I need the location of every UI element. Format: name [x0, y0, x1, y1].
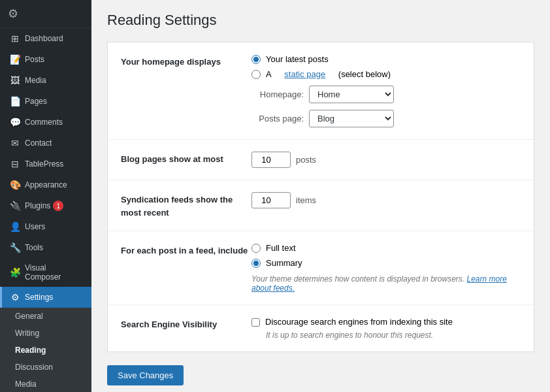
feed-note: Your theme determines how content is dis…: [251, 274, 521, 293]
media-icon: 🖼: [10, 75, 20, 86]
sidebar-item-posts[interactable]: 📝Posts: [0, 49, 91, 70]
homepage-select-label: Homepage:: [251, 90, 304, 99]
static-page-suffix: (select below): [338, 69, 391, 79]
homepage-select[interactable]: Home About Contact: [309, 86, 394, 103]
sidebar-item-label-tools: Tools: [25, 243, 43, 252]
feed-include-row: For each post in a feed, include Full te…: [108, 231, 534, 305]
homepage-row: Your homepage displays Your latest posts…: [108, 42, 534, 140]
blog-pages-input[interactable]: [251, 152, 291, 168]
blog-pages-number-row: posts: [251, 152, 521, 168]
sidebar-item-contact[interactable]: ✉Contact: [0, 133, 91, 154]
sidebar: ⚙ ⊞Dashboard📝Posts🖼Media📄Pages💬Comments✉…: [0, 0, 91, 392]
homepage-radio-group: Your latest posts A static page (select …: [251, 54, 521, 79]
feed-include-label: For each post in a feed, include: [121, 243, 251, 257]
submenu-label-general: General: [15, 312, 43, 321]
static-page-link[interactable]: static page: [284, 69, 325, 79]
plugins-badge: 1: [53, 201, 63, 211]
main-content: Reading Settings Your homepage displays …: [91, 0, 550, 392]
homepage-static-page-radio[interactable]: [251, 70, 261, 79]
dashboard-icon: ⊞: [10, 33, 20, 44]
homepage-control: Your latest posts A static page (select …: [251, 54, 521, 127]
homepage-option1-item: Your latest posts: [251, 54, 521, 64]
sidebar-item-users[interactable]: 👤Users: [0, 216, 91, 237]
settings-form: Your homepage displays Your latest posts…: [107, 42, 534, 352]
submenu-item-writing[interactable]: Writing: [0, 325, 91, 342]
sidebar-item-tools[interactable]: 🔧Tools: [0, 237, 91, 258]
settings-icon: ⚙: [10, 292, 20, 302]
submenu-label-media: Media: [15, 380, 37, 389]
search-visibility-checkbox[interactable]: [251, 318, 260, 327]
sidebar-item-dashboard[interactable]: ⊞Dashboard: [0, 28, 91, 49]
posts-page-select[interactable]: Blog News Posts: [309, 110, 394, 127]
syndication-number-row: items: [251, 192, 521, 208]
plugins-icon: 🔌: [10, 201, 20, 211]
sidebar-item-label-tablepress: TablePress: [25, 159, 63, 169]
tablepress-icon: ⊟: [10, 159, 20, 169]
submenu-item-media[interactable]: Media: [0, 376, 91, 392]
search-checkbox-label: Discourage search engines from indexing …: [265, 317, 453, 327]
syndication-label: Syndication feeds show the most recent: [121, 192, 251, 219]
appearance-icon: 🎨: [10, 180, 20, 190]
syndication-control: items: [251, 192, 521, 208]
pages-icon: 📄: [10, 96, 20, 106]
syndication-input[interactable]: [251, 192, 291, 208]
tools-icon: 🔧: [10, 242, 20, 253]
blog-pages-row: Blog pages show at most posts: [108, 140, 534, 180]
save-changes-button[interactable]: Save Changes: [107, 365, 184, 385]
settings-submenu: GeneralWritingReadingDiscussionMediaPerm…: [0, 308, 91, 392]
feed-fulltext-item: Full text: [251, 243, 521, 253]
feed-summary-radio[interactable]: [251, 259, 261, 268]
search-note: It is up to search engines to honour thi…: [266, 331, 521, 340]
feed-summary-label: Summary: [266, 258, 302, 268]
feed-radio-group: Full text Summary: [251, 243, 521, 268]
blog-pages-suffix: posts: [296, 155, 316, 165]
homepage-select-row: Homepage: Home About Contact: [251, 86, 521, 103]
sidebar-item-comments[interactable]: 💬Comments: [0, 112, 91, 133]
search-checkbox-row: Discourage search engines from indexing …: [251, 317, 521, 327]
sidebar-item-label-appearance: Appearance: [25, 180, 67, 189]
homepage-option1-label: Your latest posts: [266, 54, 329, 64]
submenu-label-writing: Writing: [15, 329, 39, 338]
homepage-option2-item: A static page (select below): [251, 69, 521, 79]
homepage-option2-prefix: A: [266, 69, 272, 79]
sidebar-item-label-visual-composer: Visual Composer: [25, 263, 84, 282]
sidebar-nav: ⊞Dashboard📝Posts🖼Media📄Pages💬Comments✉Co…: [0, 28, 91, 392]
submenu-item-reading[interactable]: Reading: [0, 342, 91, 359]
sidebar-item-label-media: Media: [25, 76, 46, 85]
syndication-row: Syndication feeds show the most recent i…: [108, 180, 534, 231]
blog-pages-label: Blog pages show at most: [121, 152, 251, 166]
posts-icon: 📝: [10, 54, 20, 65]
comments-icon: 💬: [10, 117, 20, 127]
homepage-latest-posts-radio[interactable]: [251, 55, 261, 64]
sidebar-item-label-users: Users: [25, 222, 45, 231]
sidebar-item-visual-composer[interactable]: 🧩Visual Composer: [0, 258, 91, 287]
sidebar-item-label-dashboard: Dashboard: [25, 34, 63, 43]
wp-logo-icon: ⚙: [8, 7, 18, 21]
search-visibility-label: Search Engine Visibility: [121, 317, 251, 331]
sidebar-item-media[interactable]: 🖼Media: [0, 70, 91, 91]
blog-pages-control: posts: [251, 152, 521, 168]
feed-include-control: Full text Summary Your theme determines …: [251, 243, 521, 293]
homepage-label: Your homepage displays: [121, 54, 251, 69]
contact-icon: ✉: [10, 138, 20, 148]
posts-page-select-row: Posts page: Blog News Posts: [251, 110, 521, 127]
submenu-label-reading: Reading: [15, 346, 46, 355]
submenu-item-general[interactable]: General: [0, 308, 91, 325]
posts-page-label: Posts page:: [251, 114, 304, 123]
submenu-item-discussion[interactable]: Discussion: [0, 359, 91, 376]
feed-fulltext-label: Full text: [266, 243, 296, 253]
sidebar-item-plugins[interactable]: 🔌Plugins1: [0, 195, 91, 216]
feed-summary-item: Summary: [251, 258, 521, 268]
sidebar-item-appearance[interactable]: 🎨Appearance: [0, 174, 91, 195]
users-icon: 👤: [10, 221, 20, 232]
search-visibility-control: Discourage search engines from indexing …: [251, 317, 521, 340]
sidebar-item-settings[interactable]: ⚙Settings: [0, 287, 91, 308]
search-visibility-row: Search Engine Visibility Discourage sear…: [108, 305, 534, 351]
syndication-suffix: items: [296, 195, 316, 205]
sidebar-item-label-plugins: Plugins: [25, 201, 50, 210]
feed-fulltext-radio[interactable]: [251, 244, 261, 253]
sidebar-item-label-comments: Comments: [25, 118, 63, 127]
visual-composer-icon: 🧩: [10, 267, 20, 278]
sidebar-item-pages[interactable]: 📄Pages: [0, 91, 91, 112]
sidebar-item-tablepress[interactable]: ⊟TablePress: [0, 154, 91, 174]
